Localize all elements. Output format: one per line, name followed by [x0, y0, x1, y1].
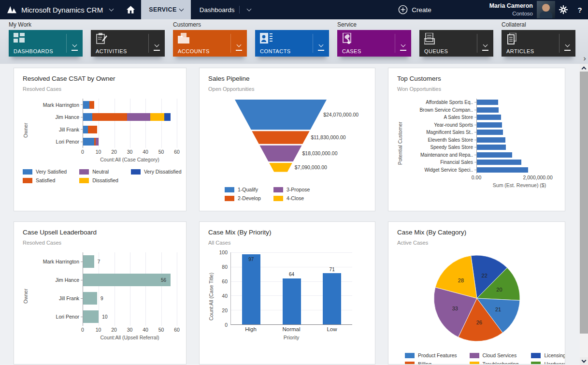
bar-segment[interactable] — [83, 101, 89, 109]
tile-expand-chevron[interactable] — [564, 40, 571, 51]
funnel-stage[interactable] — [252, 131, 309, 144]
bar-value-label: 7 — [98, 259, 100, 264]
scroll-down-button[interactable] — [580, 357, 588, 365]
bar[interactable] — [323, 273, 341, 324]
bar-segment[interactable] — [96, 138, 99, 146]
tick-spacer — [30, 155, 83, 162]
legend-item[interactable]: Satisfied — [23, 176, 67, 185]
bar[interactable] — [477, 115, 501, 120]
folder-icon — [178, 33, 189, 44]
legend-item[interactable]: Licensing — [531, 351, 565, 360]
bar-segment[interactable] — [92, 113, 127, 121]
legend-item[interactable]: 4-Close — [273, 194, 310, 203]
tiles-overflow-arrow[interactable]: › — [583, 54, 586, 62]
bar[interactable] — [242, 254, 260, 324]
bar[interactable] — [477, 107, 499, 113]
legend-item[interactable]: Billing — [405, 360, 457, 365]
tile-contacts[interactable]: CONTACTS — [255, 30, 329, 57]
settings-button[interactable] — [555, 0, 572, 19]
funnel-stage[interactable] — [235, 100, 327, 130]
tile-expand-chevron[interactable] — [154, 40, 160, 51]
legend-item[interactable]: Very Dissatisfied — [131, 167, 182, 176]
tile-activities[interactable]: ACTIVITIES — [91, 30, 165, 57]
chart-legend: 1-Qualify2-Develop3-Propose4-Close — [225, 185, 366, 203]
bar[interactable] — [477, 122, 502, 128]
plot-area: 976471 — [230, 252, 352, 325]
legend-label: Hardware — [544, 361, 565, 365]
legend-item[interactable]: 1-Qualify — [225, 185, 261, 194]
bar-segment[interactable] — [83, 113, 92, 121]
legend-item[interactable]: 2-Develop — [225, 194, 261, 203]
funnel-stage[interactable] — [269, 163, 292, 172]
tile-expand-chevron[interactable] — [318, 40, 324, 51]
panel-top-customers: Top Customers Won Opportunities Potentia… — [388, 68, 565, 211]
gridline — [231, 252, 352, 253]
y-ticks: 020406080100 — [216, 252, 230, 325]
bar-value-label: 71 — [330, 267, 335, 272]
legend-item[interactable]: Dissatisfied — [79, 176, 118, 185]
tile-cases[interactable]: CASES — [337, 30, 411, 57]
bar[interactable] — [477, 137, 505, 143]
pie-value-label: 21 — [495, 307, 501, 312]
legend-item[interactable]: Product Features — [405, 351, 457, 360]
scrollbar-thumb[interactable] — [580, 72, 588, 334]
bar-segment[interactable] — [127, 113, 151, 121]
pie-value-label: 33 — [452, 306, 458, 311]
funnel-svg: $24,070,000.00$11,830,000.00$18,030,000.… — [208, 99, 368, 178]
legend-swatch — [405, 353, 415, 358]
avatar[interactable] — [537, 1, 555, 18]
bar-segment[interactable] — [164, 113, 171, 121]
bar[interactable] — [477, 100, 498, 105]
bar-segment[interactable] — [89, 101, 94, 109]
tile-expand-chevron[interactable] — [400, 40, 406, 51]
x-tick-label: 30 — [127, 327, 133, 333]
bar[interactable] — [477, 152, 512, 158]
help-button[interactable]: ? — [572, 0, 588, 19]
tab-service[interactable]: SERVICE — [141, 0, 190, 19]
divider — [66, 34, 67, 53]
bar[interactable] — [283, 278, 301, 324]
funnel-stage[interactable] — [259, 146, 301, 161]
vertical-scrollbar[interactable] — [580, 64, 588, 365]
bar[interactable] — [83, 274, 171, 286]
legend-item[interactable]: 3-Propose — [273, 185, 310, 194]
bar[interactable] — [477, 167, 528, 173]
legend-item[interactable]: Hardware — [531, 360, 565, 365]
pie-value-label: 26 — [476, 320, 482, 325]
legend-swatch — [225, 187, 234, 192]
tile-accounts[interactable]: ACCOUNTS — [173, 30, 247, 57]
bar[interactable] — [477, 160, 521, 165]
home-button[interactable] — [120, 0, 141, 19]
funnel-value-label: $11,830,000.00 — [311, 134, 345, 140]
bar-segment[interactable] — [150, 113, 164, 121]
bar-segment[interactable] — [83, 126, 88, 133]
chart-title: Case Upsell Leaderboard — [23, 229, 177, 236]
tile-dashboards[interactable]: DASHBOARDS — [9, 30, 83, 57]
tile-queues[interactable]: QUEUES — [419, 30, 493, 57]
bar[interactable] — [83, 310, 99, 323]
tile-expand-chevron[interactable] — [72, 40, 78, 51]
tile-articles[interactable]: ARTICLES — [502, 30, 575, 57]
bar[interactable] — [83, 255, 94, 268]
scroll-up-button[interactable] — [580, 64, 588, 72]
legend-item[interactable]: Cloud Services — [470, 351, 519, 360]
bar-segment[interactable] — [83, 138, 94, 146]
bar-segment[interactable] — [88, 126, 97, 133]
app-brand[interactable]: Microsoft Dynamics CRM — [0, 5, 113, 14]
create-button[interactable]: Create — [398, 5, 431, 15]
legend-item[interactable]: Troubleshooting — [470, 360, 519, 365]
breadcrumb[interactable]: Dashboards — [200, 6, 251, 14]
user-menu[interactable]: Maria Cameron Contoso — [489, 2, 533, 17]
tile-expand-chevron[interactable] — [236, 40, 242, 51]
bar[interactable] — [477, 130, 503, 135]
bar-value-label: 64 — [289, 272, 294, 277]
legend-item[interactable]: Neutral — [79, 167, 118, 176]
user-name: Maria Cameron — [489, 2, 533, 10]
tile-expand-chevron[interactable] — [482, 40, 488, 51]
bar[interactable] — [83, 292, 97, 305]
legend-swatch — [131, 169, 141, 175]
panel-case-upsell: Case Upsell Leaderboard Resolved Cases O… — [14, 221, 186, 365]
horizontal-bar-chart: OwnerMark HarringtonJim HanceJill FrankL… — [23, 252, 177, 340]
legend-item[interactable]: Very Satisfied — [23, 167, 67, 176]
bar[interactable] — [477, 145, 506, 150]
